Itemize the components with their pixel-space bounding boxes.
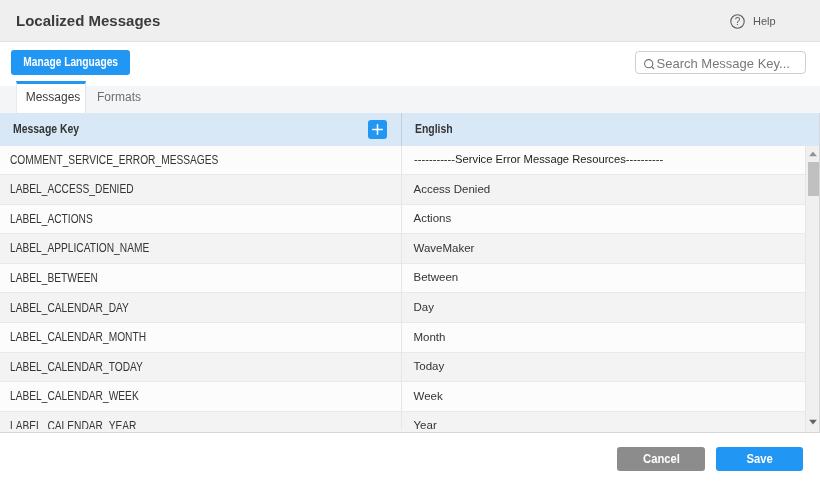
svg-text:?: ? xyxy=(735,16,741,27)
